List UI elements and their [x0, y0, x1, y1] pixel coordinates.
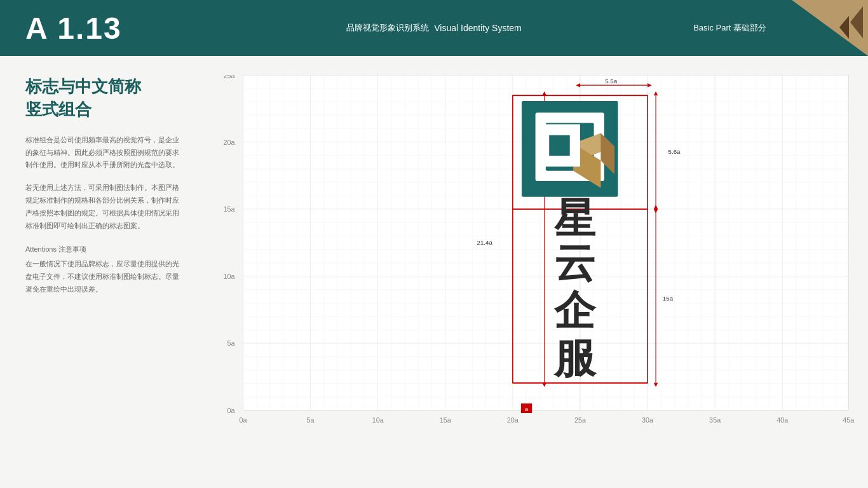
svg-text:21.4a: 21.4a — [477, 239, 493, 246]
svg-text:云: 云 — [554, 240, 595, 286]
svg-text:5.6a: 5.6a — [668, 148, 681, 155]
left-panel: 标志与中文简称竖式组合 标准组合是公司使用频率最高的视觉符号，是企业的象征与精神… — [0, 75, 203, 488]
description-1: 标准组合是公司使用频率最高的视觉符号，是企业的象征与精神。因此必须严格按照图例规… — [25, 134, 184, 172]
svg-text:30a: 30a — [642, 416, 653, 424]
svg-text:35a: 35a — [709, 416, 721, 424]
english-title: Visual Identity System — [434, 23, 521, 33]
page-number: A 1.13 — [25, 11, 122, 46]
svg-text:25a: 25a — [574, 416, 586, 424]
right-panel: 5.5a 5.6a 15a 21.4a 25a 20a 15a — [203, 75, 868, 488]
svg-text:20a: 20a — [507, 416, 519, 424]
svg-text:企: 企 — [553, 287, 597, 334]
header-center: 品牌视觉形象识别系统 Visual Identity System — [346, 22, 521, 34]
header: A 1.13 品牌视觉形象识别系统 Visual Identity System… — [0, 0, 868, 56]
svg-text:10a: 10a — [223, 273, 234, 280]
svg-text:10a: 10a — [372, 416, 384, 424]
svg-rect-118 — [549, 135, 569, 156]
svg-text:20a: 20a — [223, 139, 234, 146]
svg-text:星: 星 — [553, 195, 596, 241]
svg-text:15a: 15a — [440, 416, 451, 424]
svg-text:5a: 5a — [227, 339, 234, 347]
svg-text:15a: 15a — [663, 295, 674, 302]
svg-text:15a: 15a — [223, 205, 234, 213]
svg-text:45a: 45a — [843, 416, 854, 424]
svg-text:0a: 0a — [239, 416, 247, 424]
description-2: 若无使用上述方法，可采用制图法制作。本图严格规定标准制作的规格和各部分比例关系，… — [25, 182, 184, 232]
section-label: Basic Part 基础部分 — [693, 22, 766, 34]
grid-svg: 5.5a 5.6a 15a 21.4a 25a 20a 15a — [222, 75, 855, 431]
svg-text:5a: 5a — [307, 416, 315, 424]
svg-text:0a: 0a — [227, 407, 234, 414]
svg-text:5.5a: 5.5a — [605, 78, 618, 85]
main-content: 标志与中文简称竖式组合 标准组合是公司使用频率最高的视觉符号，是企业的象征与精神… — [0, 56, 868, 488]
attention-title: Attentions 注意事项 — [25, 245, 184, 254]
corner-decoration — [792, 0, 868, 56]
grid-container: 5.5a 5.6a 15a 21.4a 25a 20a 15a — [222, 75, 855, 431]
svg-text:25a: 25a — [223, 75, 234, 79]
attention-text: 在一般情况下使用品牌标志，应尽量使用提供的光盘电子文件，不建议使用标准制图绘制标… — [25, 258, 184, 295]
chinese-title: 品牌视觉形象识别系统 — [346, 22, 429, 34]
svg-text:服: 服 — [553, 336, 597, 382]
svg-text:a: a — [525, 405, 529, 412]
section-title: 标志与中文简称竖式组合 — [25, 75, 184, 121]
svg-text:40a: 40a — [776, 416, 788, 424]
